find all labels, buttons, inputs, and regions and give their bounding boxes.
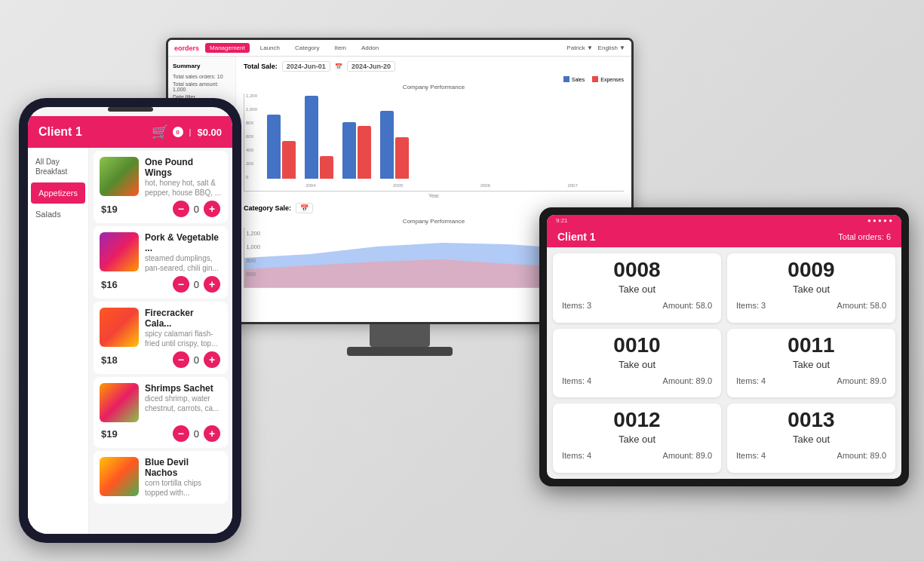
menu-item-nachos-top: Blue Devil Nachos corn tortilla chips to… xyxy=(100,457,222,498)
tablet-title: Client 1 xyxy=(557,231,596,243)
nav-tab-addon[interactable]: Addon xyxy=(357,43,383,53)
bar-2007-sales xyxy=(380,111,394,179)
legend-expenses-label: Expenses xyxy=(600,77,624,82)
monitor-stand xyxy=(370,324,430,347)
cart-area[interactable]: 🛒 0 | $0.00 xyxy=(152,124,222,140)
order-number-0011: 0011 xyxy=(736,335,886,356)
menu-item-calamari-price: $18 xyxy=(101,354,118,366)
order-footer-0008: Items: 3 Amount: 58.0 xyxy=(562,301,712,310)
qty-controls-shrimp: − 0 + xyxy=(173,425,220,442)
order-items-0009: Items: 3 xyxy=(736,301,766,310)
order-card-0010[interactable]: 0010 Take out Items: 4 Amount: 89.0 xyxy=(553,329,721,398)
qty-num-calamari: 0 xyxy=(194,354,199,366)
menu-item-nachos-name: Blue Devil Nachos xyxy=(145,457,222,478)
order-card-0012[interactable]: 0012 Take out Items: 4 Amount: 89.0 xyxy=(553,403,721,473)
tablet-screen: 9:21 ● ● ● ● ● Client 1 Total orders: 6 … xyxy=(547,215,901,479)
monitor-base xyxy=(347,347,453,356)
nav-tab-launch[interactable]: Launch xyxy=(256,43,284,53)
cart-separator: | xyxy=(189,127,192,136)
nav-appetizers[interactable]: Appetizers xyxy=(31,182,85,204)
menu-item-shrimp-bottom: $19 − 0 + xyxy=(100,425,222,442)
menu-item-nachos: Blue Devil Nachos corn tortilla chips to… xyxy=(94,451,228,504)
order-type-0013: Take out xyxy=(736,434,886,445)
date-separator: 📅 xyxy=(335,63,342,70)
nav-tab-item[interactable]: Item xyxy=(330,43,351,53)
cart-icon: 🛒 xyxy=(152,124,168,140)
plus-btn-wings[interactable]: + xyxy=(204,201,220,217)
scene: eorders Management Launch Category Item … xyxy=(0,0,924,561)
plus-btn-calamari[interactable]: + xyxy=(204,351,220,368)
svg-text:800: 800 xyxy=(246,257,256,264)
order-items-0008: Items: 3 xyxy=(562,301,591,310)
phone-screen: Client 1 🛒 0 | $0.00 All DayBreakfast Ap… xyxy=(28,107,232,534)
minus-btn-calamari[interactable]: − xyxy=(173,351,189,368)
plus-btn-shrimp[interactable]: + xyxy=(204,425,220,442)
bar-group-2005 xyxy=(305,96,333,179)
phone-notch xyxy=(108,107,153,112)
qty-controls-calamari: − 0 + xyxy=(173,351,220,368)
menu-item-dumplings-name: Pork & Vegetable ... xyxy=(145,232,222,253)
category-date-picker[interactable]: 📅 xyxy=(296,203,313,213)
menu-item-dumplings-desc: steamed dumplings, pan-seared, chili gin… xyxy=(145,253,222,273)
tablet-header: Client 1 Total orders: 6 xyxy=(547,226,901,247)
bar-2007-expenses xyxy=(395,137,409,179)
phone-header: Client 1 🛒 0 | $0.00 xyxy=(28,116,232,148)
menu-item-shrimp-desc: diced shrimp, water chestnut, carrots, c… xyxy=(145,394,222,413)
cart-badge: 0 xyxy=(173,127,183,137)
bar-2006-expenses xyxy=(358,126,371,179)
order-items-0013: Items: 4 xyxy=(736,451,766,460)
menu-item-nachos-image xyxy=(100,457,139,496)
menu-item-nachos-desc: corn tortilla chips topped with... xyxy=(145,478,222,498)
phone: Client 1 🛒 0 | $0.00 All DayBreakfast Ap… xyxy=(19,98,241,543)
minus-btn-shrimp[interactable]: − xyxy=(173,425,189,442)
plus-btn-dumplings[interactable]: + xyxy=(204,276,220,293)
order-items-0011: Items: 4 xyxy=(736,376,766,385)
menu-item-wings-image xyxy=(100,157,139,196)
nav-all-day[interactable]: All DayBreakfast xyxy=(28,151,88,182)
order-card-0013[interactable]: 0013 Take out Items: 4 Amount: 89.0 xyxy=(727,403,895,473)
menu-item-dumplings-info: Pork & Vegetable ... steamed dumplings, … xyxy=(145,232,222,273)
menu-item-wings-info: One Pound Wings hot, honey hot, salt & p… xyxy=(145,157,222,198)
order-number-0012: 0012 xyxy=(562,409,712,431)
menu-item-dumplings-price: $16 xyxy=(101,279,118,290)
svg-text:1,200: 1,200 xyxy=(246,230,260,237)
order-number-0008: 0008 xyxy=(562,259,712,280)
total-sale-label: Total Sale: xyxy=(244,63,278,70)
category-sale-label: Category Sale: xyxy=(244,204,291,212)
x-axis-label: Year xyxy=(244,193,624,198)
date-from[interactable]: 2024-Jun-01 xyxy=(282,61,330,72)
tablet-total-orders: Total orders: 6 xyxy=(838,232,891,241)
order-card-0008[interactable]: 0008 Take out Items: 3 Amount: 58.0 xyxy=(553,253,721,323)
svg-text:1,000: 1,000 xyxy=(246,244,260,250)
menu-item-calamari-desc: spicy calamari flash-fried until crispy,… xyxy=(145,329,222,348)
phone-menu-list: One Pound Wings hot, honey hot, salt & p… xyxy=(89,148,232,534)
tablet-status-bar: 9:21 ● ● ● ● ● xyxy=(547,215,901,226)
menu-item-wings-desc: hot, honey hot, salt & pepper, house BBQ… xyxy=(145,178,222,198)
order-card-0009[interactable]: 0009 Take out Items: 3 Amount: 58.0 xyxy=(727,253,895,323)
order-amount-0011: Amount: 89.0 xyxy=(837,376,886,385)
nav-tab-management[interactable]: Management xyxy=(205,43,250,53)
order-card-0011[interactable]: 0011 Take out Items: 4 Amount: 89.0 xyxy=(727,329,895,398)
bar-chart-legend: Sales Expenses xyxy=(244,76,624,82)
minus-btn-wings[interactable]: − xyxy=(173,201,189,217)
menu-item-calamari: Firecracker Cala... spicy calamari flash… xyxy=(94,302,228,374)
total-sale-header: Total Sale: 2024-Jun-01 📅 2024-Jun-20 xyxy=(244,61,624,72)
legend-sales-color xyxy=(563,76,569,82)
order-footer-0012: Items: 4 Amount: 89.0 xyxy=(562,451,712,460)
menu-item-wings-price: $19 xyxy=(101,204,118,215)
nav-tab-category[interactable]: Category xyxy=(290,43,324,53)
nav-logo: eorders xyxy=(174,44,199,52)
minus-btn-dumplings[interactable]: − xyxy=(173,276,189,293)
phone-nav: All DayBreakfast Appetizers Salads xyxy=(28,148,89,534)
menu-item-dumplings-top: Pork & Vegetable ... steamed dumplings, … xyxy=(100,232,222,273)
bar-2006-sales xyxy=(342,122,356,179)
date-to[interactable]: 2024-Jun-20 xyxy=(347,61,395,72)
phone-content: All DayBreakfast Appetizers Salads One P… xyxy=(28,148,232,534)
menu-item-dumplings-bottom: $16 − 0 + xyxy=(100,276,222,293)
bar-2005-sales xyxy=(305,96,318,179)
nav-salads[interactable]: Salads xyxy=(28,204,88,225)
bar-chart-title: Company Performance xyxy=(244,84,624,90)
phone-title: Client 1 xyxy=(38,125,82,139)
menu-item-wings-bottom: $19 − 0 + xyxy=(100,201,222,217)
bar-2004-expenses xyxy=(282,141,296,179)
